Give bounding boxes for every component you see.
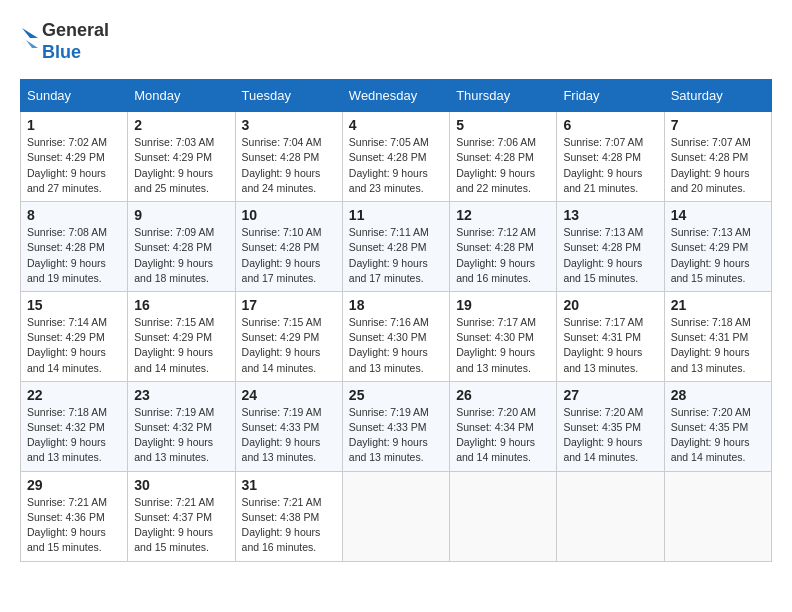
sunrise-label: Sunrise: 7:21 AM [27,496,107,508]
day-info: Sunrise: 7:11 AM Sunset: 4:28 PM Dayligh… [349,225,443,286]
sunrise-label: Sunrise: 7:11 AM [349,226,429,238]
sunset-label: Sunset: 4:31 PM [671,331,749,343]
sunrise-label: Sunrise: 7:21 AM [242,496,322,508]
day-info: Sunrise: 7:04 AM Sunset: 4:28 PM Dayligh… [242,135,336,196]
sunrise-label: Sunrise: 7:18 AM [27,406,107,418]
day-info: Sunrise: 7:10 AM Sunset: 4:28 PM Dayligh… [242,225,336,286]
logo-icon [20,24,40,60]
sunrise-label: Sunrise: 7:19 AM [134,406,214,418]
calendar-cell: 8 Sunrise: 7:08 AM Sunset: 4:28 PM Dayli… [21,202,128,292]
calendar-cell: 21 Sunrise: 7:18 AM Sunset: 4:31 PM Dayl… [664,291,771,381]
calendar-cell: 5 Sunrise: 7:06 AM Sunset: 4:28 PM Dayli… [450,112,557,202]
day-number: 9 [134,207,228,223]
sunset-label: Sunset: 4:35 PM [671,421,749,433]
calendar-cell [557,471,664,561]
sunset-label: Sunset: 4:28 PM [456,151,534,163]
sunset-label: Sunset: 4:29 PM [242,331,320,343]
day-number: 13 [563,207,657,223]
calendar-cell: 12 Sunrise: 7:12 AM Sunset: 4:28 PM Dayl… [450,202,557,292]
day-info: Sunrise: 7:15 AM Sunset: 4:29 PM Dayligh… [134,315,228,376]
calendar-cell [664,471,771,561]
day-number: 11 [349,207,443,223]
day-number: 1 [27,117,121,133]
sunrise-label: Sunrise: 7:20 AM [456,406,536,418]
sunset-label: Sunset: 4:31 PM [563,331,641,343]
calendar-cell: 23 Sunrise: 7:19 AM Sunset: 4:32 PM Dayl… [128,381,235,471]
sunset-label: Sunset: 4:32 PM [134,421,212,433]
calendar-cell: 19 Sunrise: 7:17 AM Sunset: 4:30 PM Dayl… [450,291,557,381]
calendar-cell: 26 Sunrise: 7:20 AM Sunset: 4:34 PM Dayl… [450,381,557,471]
daylight-label: Daylight: 9 hours and 14 minutes. [27,346,106,373]
day-info: Sunrise: 7:12 AM Sunset: 4:28 PM Dayligh… [456,225,550,286]
sunrise-label: Sunrise: 7:21 AM [134,496,214,508]
calendar-cell: 28 Sunrise: 7:20 AM Sunset: 4:35 PM Dayl… [664,381,771,471]
day-info: Sunrise: 7:02 AM Sunset: 4:29 PM Dayligh… [27,135,121,196]
sunrise-label: Sunrise: 7:03 AM [134,136,214,148]
weekday-header: Wednesday [342,80,449,112]
sunset-label: Sunset: 4:29 PM [27,151,105,163]
calendar-cell: 16 Sunrise: 7:15 AM Sunset: 4:29 PM Dayl… [128,291,235,381]
day-number: 17 [242,297,336,313]
day-info: Sunrise: 7:19 AM Sunset: 4:33 PM Dayligh… [349,405,443,466]
weekday-header: Monday [128,80,235,112]
calendar-cell: 13 Sunrise: 7:13 AM Sunset: 4:28 PM Dayl… [557,202,664,292]
daylight-label: Daylight: 9 hours and 20 minutes. [671,167,750,194]
day-info: Sunrise: 7:08 AM Sunset: 4:28 PM Dayligh… [27,225,121,286]
logo: General Blue [20,20,109,63]
calendar-cell [450,471,557,561]
daylight-label: Daylight: 9 hours and 13 minutes. [563,346,642,373]
day-number: 3 [242,117,336,133]
day-number: 23 [134,387,228,403]
sunset-label: Sunset: 4:38 PM [242,511,320,523]
daylight-label: Daylight: 9 hours and 13 minutes. [134,436,213,463]
daylight-label: Daylight: 9 hours and 16 minutes. [242,526,321,553]
sunset-label: Sunset: 4:29 PM [134,331,212,343]
calendar-week-row: 15 Sunrise: 7:14 AM Sunset: 4:29 PM Dayl… [21,291,772,381]
daylight-label: Daylight: 9 hours and 17 minutes. [349,257,428,284]
calendar-cell: 25 Sunrise: 7:19 AM Sunset: 4:33 PM Dayl… [342,381,449,471]
calendar-header-row: SundayMondayTuesdayWednesdayThursdayFrid… [21,80,772,112]
daylight-label: Daylight: 9 hours and 15 minutes. [134,526,213,553]
calendar-cell: 15 Sunrise: 7:14 AM Sunset: 4:29 PM Dayl… [21,291,128,381]
daylight-label: Daylight: 9 hours and 22 minutes. [456,167,535,194]
sunrise-label: Sunrise: 7:07 AM [671,136,751,148]
calendar-cell [342,471,449,561]
sunset-label: Sunset: 4:28 PM [671,151,749,163]
day-info: Sunrise: 7:18 AM Sunset: 4:32 PM Dayligh… [27,405,121,466]
day-number: 5 [456,117,550,133]
sunset-label: Sunset: 4:28 PM [563,151,641,163]
day-number: 2 [134,117,228,133]
daylight-label: Daylight: 9 hours and 15 minutes. [671,257,750,284]
calendar-cell: 20 Sunrise: 7:17 AM Sunset: 4:31 PM Dayl… [557,291,664,381]
day-number: 25 [349,387,443,403]
day-info: Sunrise: 7:20 AM Sunset: 4:35 PM Dayligh… [671,405,765,466]
calendar-cell: 2 Sunrise: 7:03 AM Sunset: 4:29 PM Dayli… [128,112,235,202]
calendar-week-row: 1 Sunrise: 7:02 AM Sunset: 4:29 PM Dayli… [21,112,772,202]
day-info: Sunrise: 7:14 AM Sunset: 4:29 PM Dayligh… [27,315,121,376]
day-number: 8 [27,207,121,223]
calendar-cell: 14 Sunrise: 7:13 AM Sunset: 4:29 PM Dayl… [664,202,771,292]
day-number: 18 [349,297,443,313]
sunset-label: Sunset: 4:32 PM [27,421,105,433]
day-info: Sunrise: 7:15 AM Sunset: 4:29 PM Dayligh… [242,315,336,376]
sunset-label: Sunset: 4:28 PM [27,241,105,253]
calendar-table: SundayMondayTuesdayWednesdayThursdayFrid… [20,79,772,561]
sunset-label: Sunset: 4:28 PM [563,241,641,253]
daylight-label: Daylight: 9 hours and 13 minutes. [349,436,428,463]
daylight-label: Daylight: 9 hours and 13 minutes. [456,346,535,373]
sunrise-label: Sunrise: 7:16 AM [349,316,429,328]
day-info: Sunrise: 7:20 AM Sunset: 4:34 PM Dayligh… [456,405,550,466]
sunset-label: Sunset: 4:33 PM [349,421,427,433]
calendar-cell: 17 Sunrise: 7:15 AM Sunset: 4:29 PM Dayl… [235,291,342,381]
sunset-label: Sunset: 4:28 PM [456,241,534,253]
daylight-label: Daylight: 9 hours and 17 minutes. [242,257,321,284]
day-info: Sunrise: 7:18 AM Sunset: 4:31 PM Dayligh… [671,315,765,376]
sunset-label: Sunset: 4:29 PM [27,331,105,343]
calendar-cell: 1 Sunrise: 7:02 AM Sunset: 4:29 PM Dayli… [21,112,128,202]
daylight-label: Daylight: 9 hours and 14 minutes. [563,436,642,463]
day-number: 22 [27,387,121,403]
daylight-label: Daylight: 9 hours and 13 minutes. [242,436,321,463]
sunset-label: Sunset: 4:36 PM [27,511,105,523]
sunrise-label: Sunrise: 7:07 AM [563,136,643,148]
calendar-cell: 10 Sunrise: 7:10 AM Sunset: 4:28 PM Dayl… [235,202,342,292]
